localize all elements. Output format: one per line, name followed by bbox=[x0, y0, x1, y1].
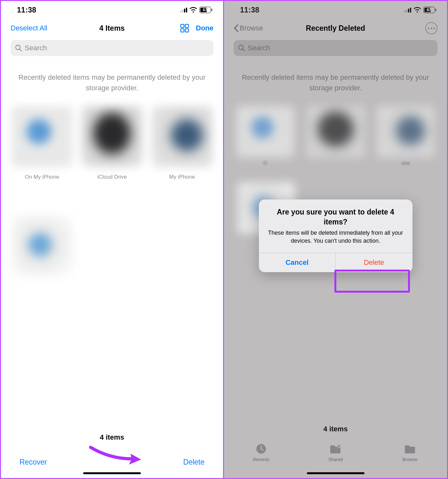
home-indicator bbox=[307, 472, 364, 474]
svg-rect-3 bbox=[185, 29, 188, 32]
delete-button[interactable]: Delete bbox=[183, 458, 204, 467]
file-thumbnail bbox=[82, 106, 142, 167]
tab-label: Shared bbox=[328, 457, 343, 462]
file-thumbnail bbox=[13, 215, 74, 276]
recover-button[interactable]: Recover bbox=[20, 458, 47, 467]
back-button[interactable]: Browse bbox=[234, 24, 263, 32]
annotation-highlight-box bbox=[334, 270, 410, 293]
file-item[interactable] bbox=[8, 215, 78, 276]
file-grid-row-2 bbox=[8, 215, 216, 276]
svg-rect-0 bbox=[181, 24, 184, 28]
search-field[interactable]: Search bbox=[11, 40, 213, 56]
chevron-left-icon bbox=[234, 24, 239, 32]
done-button[interactable]: Done bbox=[196, 24, 213, 32]
file-thumbnail bbox=[377, 106, 435, 157]
cancel-button[interactable]: Cancel bbox=[259, 253, 336, 272]
battery-icon: 67 bbox=[199, 7, 212, 13]
file-location-label: On My iPhone bbox=[25, 174, 59, 180]
shared-folder-icon bbox=[328, 443, 342, 455]
status-indicators: 67 bbox=[180, 7, 212, 13]
status-time: 11:38 bbox=[240, 6, 259, 14]
file-item[interactable]: On My iPhone bbox=[8, 106, 76, 180]
search-field[interactable]: Search bbox=[234, 40, 437, 56]
svg-line-7 bbox=[243, 49, 244, 51]
screenshot-left: 11:38 67 Deselect All 4 Items Done bbox=[0, 0, 224, 479]
tab-label: Browse bbox=[402, 457, 417, 462]
file-thumbnail bbox=[307, 106, 364, 157]
search-icon bbox=[15, 45, 22, 52]
back-label: Browse bbox=[240, 24, 263, 32]
nav-title: 4 Items bbox=[99, 24, 124, 33]
file-location-label: My iPhone bbox=[169, 174, 195, 180]
dialog-title: Are you sure you want to delete 4 items? bbox=[268, 207, 404, 227]
ellipsis-icon bbox=[428, 28, 435, 29]
item-count: 4 items bbox=[100, 433, 124, 442]
tab-label: Recents bbox=[253, 457, 269, 462]
more-menu-button[interactable] bbox=[425, 22, 437, 34]
search-icon bbox=[238, 45, 245, 52]
screenshot-right: 11:38 67 Browse Recently Deleted S bbox=[224, 0, 448, 479]
wifi-icon bbox=[413, 7, 421, 13]
battery-icon: 67 bbox=[423, 7, 436, 13]
file-item[interactable] bbox=[301, 106, 370, 166]
folder-icon bbox=[403, 443, 417, 455]
svg-line-5 bbox=[20, 49, 21, 51]
confirm-delete-dialog: Are you sure you want to delete 4 items?… bbox=[259, 199, 412, 272]
status-indicators: 67 bbox=[404, 7, 436, 13]
search-placeholder: Search bbox=[248, 44, 270, 52]
deselect-all-button[interactable]: Deselect All bbox=[11, 24, 47, 32]
dialog-message: These items will be deleted immediately … bbox=[268, 229, 404, 245]
nav-bar: Deselect All 4 Items Done bbox=[1, 19, 223, 37]
clock-icon bbox=[254, 443, 268, 455]
notice-text: Recently deleted items may be permanentl… bbox=[234, 72, 437, 93]
file-thumbnail bbox=[152, 106, 212, 167]
svg-rect-2 bbox=[181, 29, 184, 32]
confirm-delete-button[interactable]: Delete bbox=[335, 253, 412, 272]
file-thumbnail bbox=[236, 106, 294, 157]
file-thumbnail bbox=[12, 106, 72, 167]
home-indicator bbox=[83, 472, 141, 474]
nav-bar: Browse Recently Deleted bbox=[224, 19, 447, 37]
status-bar: 11:38 67 bbox=[1, 1, 223, 19]
file-item[interactable]: iCloud Drive bbox=[78, 106, 146, 180]
status-bar: 11:38 67 bbox=[224, 1, 447, 19]
tab-browse[interactable]: Browse bbox=[373, 443, 447, 478]
file-item[interactable]: My iPhone bbox=[148, 106, 216, 180]
cellular-signal-icon bbox=[404, 7, 411, 12]
file-location-label: iCloud Drive bbox=[97, 174, 127, 180]
cellular-signal-icon bbox=[180, 7, 187, 12]
file-grid: O one bbox=[231, 106, 440, 166]
notice-text: Recently deleted items may be permanentl… bbox=[11, 72, 213, 93]
status-time: 11:38 bbox=[17, 6, 36, 14]
grid-view-icon[interactable] bbox=[180, 23, 189, 33]
item-count: 4 items bbox=[324, 425, 348, 433]
wifi-icon bbox=[189, 7, 197, 13]
tab-recents[interactable]: Recents bbox=[224, 443, 298, 478]
svg-point-10 bbox=[339, 445, 340, 446]
file-grid: On My iPhone iCloud Drive My iPhone bbox=[8, 106, 216, 180]
file-location-label: O bbox=[263, 160, 267, 166]
search-placeholder: Search bbox=[25, 44, 47, 52]
nav-title: Recently Deleted bbox=[306, 24, 365, 33]
file-item[interactable]: O bbox=[231, 106, 300, 166]
file-item[interactable]: one bbox=[372, 106, 440, 166]
file-location-label: one bbox=[402, 160, 410, 166]
svg-rect-1 bbox=[185, 24, 188, 28]
